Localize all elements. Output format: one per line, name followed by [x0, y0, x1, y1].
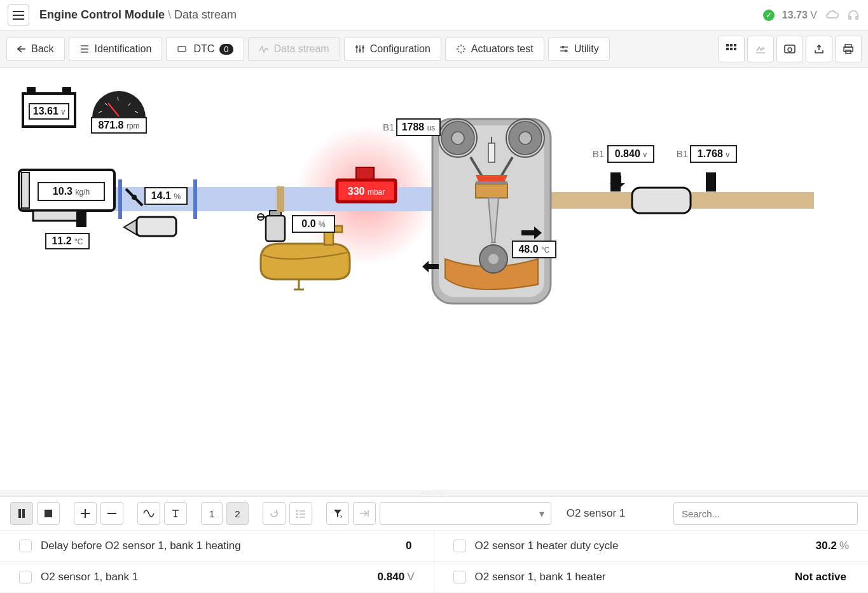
add-button[interactable]: [74, 502, 97, 525]
svg-rect-8: [734, 44, 736, 46]
svg-rect-84: [610, 172, 621, 192]
filter-button[interactable]: x: [326, 502, 349, 525]
svg-point-66: [451, 132, 464, 144]
svg-rect-52: [324, 231, 333, 245]
print-button[interactable]: [835, 36, 862, 62]
remove-button[interactable]: [100, 502, 123, 525]
search-input[interactable]: [673, 502, 858, 525]
row-checkbox[interactable]: [453, 571, 466, 583]
svg-rect-36: [76, 212, 86, 227]
text-mode-button[interactable]: [164, 502, 187, 525]
pause-button[interactable]: [10, 502, 33, 525]
text-icon: [171, 509, 180, 518]
svg-text:1.768 v: 1.768 v: [698, 148, 730, 159]
engine-block: [422, 119, 551, 303]
row-checkbox[interactable]: [19, 571, 32, 583]
svg-rect-89: [706, 172, 716, 192]
o2-post-widget[interactable]: B1 1.768 v: [677, 146, 736, 192]
battery-widget[interactable]: 13.61 v: [23, 87, 75, 127]
o2-pre-widget[interactable]: B1 0.840 v: [593, 146, 654, 192]
coolant-widget[interactable]: 48.0 °C: [513, 241, 556, 258]
sliders-icon: [355, 44, 365, 54]
diagram-area: 13.61 v 871.8 rpm 10.3 kg/h 11.2 °C 14.1…: [0, 68, 868, 491]
plus-icon: [81, 509, 90, 518]
svg-rect-35: [33, 211, 78, 221]
svg-rect-6: [726, 44, 729, 46]
svg-rect-93: [18, 509, 21, 518]
data-toolbar: 1 2 x ▾ O2 sensor 1: [0, 497, 868, 530]
dashboard-button[interactable]: [776, 36, 803, 62]
rpm-widget[interactable]: 871.8 rpm: [92, 91, 146, 133]
splitter-handle[interactable]: ::::::::: [0, 491, 868, 497]
table-row: Delay before O2 sensor 1, bank 1 heating…: [0, 531, 434, 562]
svg-rect-11: [734, 48, 736, 50]
svg-point-1: [355, 46, 358, 48]
tab-configuration[interactable]: Configuration: [344, 37, 441, 61]
spark-icon: [456, 44, 466, 54]
svg-rect-21: [27, 87, 36, 94]
chart-icon: [755, 44, 766, 54]
headset-icon[interactable]: [846, 9, 860, 22]
row-value: Not active: [795, 571, 846, 583]
svg-rect-7: [730, 44, 733, 46]
cloud-icon[interactable]: [825, 10, 839, 21]
svg-text:13.61 v: 13.61 v: [33, 106, 65, 116]
export-button[interactable]: [806, 36, 832, 62]
tab-identification[interactable]: Identification: [69, 37, 163, 61]
svg-text:48.0 °C: 48.0 °C: [518, 244, 549, 255]
svg-point-3: [362, 46, 364, 49]
row-value: 0.840: [378, 571, 405, 583]
arrow-right-bar-icon: [359, 510, 369, 517]
iat-widget[interactable]: 11.2 °C: [46, 234, 89, 249]
svg-rect-57: [277, 186, 284, 212]
refresh-icon: [269, 508, 279, 519]
sensor-group-title: O2 sensor 1: [567, 507, 626, 520]
svg-point-78: [488, 254, 499, 264]
data-table: Delay before O2 sensor 1, bank 1 heating…: [0, 530, 868, 593]
menu-button[interactable]: [8, 4, 29, 26]
svg-rect-15: [844, 47, 853, 52]
columns-1-button[interactable]: 1: [201, 502, 223, 525]
stop-button[interactable]: [37, 502, 60, 525]
tab-data-stream: Data stream: [248, 37, 340, 61]
back-label: Back: [31, 43, 54, 55]
tab-utility[interactable]: Utility: [548, 37, 610, 61]
columns-2-button[interactable]: 2: [226, 502, 248, 525]
breadcrumb-sep: \: [168, 8, 174, 21]
row-value: 0: [406, 540, 411, 552]
svg-rect-71: [488, 143, 495, 162]
svg-point-97: [296, 513, 298, 515]
pause-icon: [18, 509, 25, 518]
row-label: O2 sensor 1, bank 1 heater: [475, 571, 786, 583]
list-toggle-button[interactable]: [289, 502, 312, 525]
svg-rect-76: [476, 181, 507, 184]
row-checkbox[interactable]: [19, 540, 32, 552]
svg-point-96: [296, 510, 298, 512]
tab-actuators[interactable]: Actuators test: [445, 37, 544, 61]
nav-tabs: Back Identification DTC 0 Data stream Co…: [0, 31, 868, 68]
svg-point-13: [788, 48, 792, 52]
svg-text:330 mbar: 330 mbar: [348, 186, 385, 197]
maf-widget[interactable]: 10.3 kg/h: [19, 170, 114, 227]
back-button[interactable]: Back: [6, 37, 65, 61]
bullets-icon: [296, 509, 306, 518]
wave-button[interactable]: [137, 502, 160, 525]
status-ok-icon: ✓: [763, 10, 775, 21]
filter-icon: x: [333, 509, 342, 518]
tab-dtc[interactable]: DTC 0: [166, 37, 244, 61]
row-checkbox[interactable]: [453, 540, 466, 552]
svg-text:B1: B1: [383, 122, 394, 132]
grid-view-button[interactable]: [718, 36, 745, 62]
view-toolbar: [718, 36, 862, 62]
svg-text:0.840 v: 0.840 v: [615, 148, 647, 159]
refresh-button[interactable]: [263, 502, 286, 525]
svg-text:x: x: [340, 513, 342, 518]
svg-text:0.0 %: 0.0 %: [301, 218, 326, 229]
goto-button[interactable]: [353, 502, 376, 525]
graph-view-button[interactable]: [747, 36, 774, 62]
svg-rect-88: [632, 188, 691, 213]
stop-icon: [45, 510, 52, 517]
svg-text:1788 us: 1788 us: [402, 122, 436, 132]
group-select[interactable]: ▾: [380, 502, 551, 525]
svg-point-68: [519, 132, 532, 144]
